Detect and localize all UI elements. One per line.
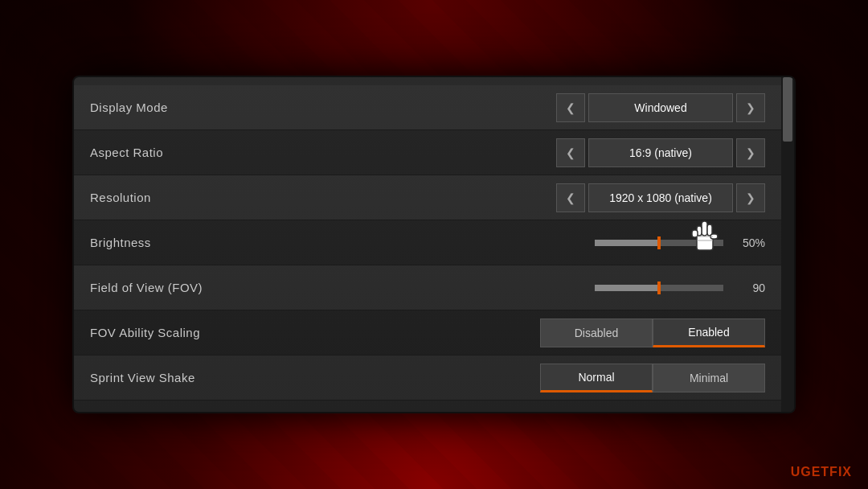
fov-slider-handle: [657, 281, 661, 294]
brightness-slider-track[interactable]: [595, 240, 723, 246]
sprint-view-shake-minimal[interactable]: Minimal: [653, 364, 765, 392]
sprint-view-shake-normal[interactable]: Normal: [540, 364, 653, 392]
sprint-view-shake-control: Normal Minimal: [540, 364, 765, 392]
settings-screen: Display Mode ❮ Windowed ❯ Aspect Ratio ❮…: [72, 76, 796, 413]
resolution-prev[interactable]: ❮: [556, 183, 585, 212]
resolution-next[interactable]: ❯: [736, 183, 765, 212]
aspect-ratio-label: Aspect Ratio: [90, 146, 556, 159]
fov-ability-scaling-toggle: Disabled Enabled: [540, 318, 765, 347]
fov-ability-scaling-disabled[interactable]: Disabled: [540, 318, 653, 347]
fov-slider-fill: [595, 285, 659, 291]
display-mode-prev[interactable]: ❮: [556, 93, 585, 122]
fov-ability-scaling-enabled[interactable]: Enabled: [653, 318, 765, 347]
fov-control: 90: [595, 281, 765, 294]
display-mode-next[interactable]: ❯: [736, 93, 765, 122]
brightness-slider-fill: [595, 240, 659, 246]
fov-row: Field of View (FOV) 90: [74, 265, 781, 310]
resolution-value: 1920 x 1080 (native): [588, 183, 733, 212]
resolution-control: ❮ 1920 x 1080 (native) ❯: [556, 183, 765, 212]
fov-value: 90: [733, 281, 765, 294]
resolution-row: Resolution ❮ 1920 x 1080 (native) ❯: [74, 175, 781, 220]
brightness-row: Brightness 50%: [74, 220, 781, 265]
aspect-ratio-prev[interactable]: ❮: [556, 138, 585, 167]
fov-slider-track[interactable]: [595, 285, 723, 291]
fov-label: Field of View (FOV): [90, 281, 595, 294]
brightness-label: Brightness: [90, 236, 595, 249]
aspect-ratio-row: Aspect Ratio ❮ 16:9 (native) ❯: [74, 130, 781, 175]
sprint-view-shake-row: Sprint View Shake Normal Minimal: [74, 355, 781, 401]
sprint-view-shake-label: Sprint View Shake: [90, 371, 540, 384]
brightness-control: 50%: [595, 236, 765, 249]
aspect-ratio-value: 16:9 (native): [588, 138, 733, 167]
brightness-value: 50%: [733, 236, 765, 249]
watermark: UGETFIX: [791, 465, 852, 479]
fov-ability-scaling-control: Disabled Enabled: [540, 318, 765, 347]
fov-ability-scaling-label: FOV Ability Scaling: [90, 326, 540, 339]
display-mode-row: Display Mode ❮ Windowed ❯: [74, 85, 781, 130]
display-mode-value: Windowed: [588, 93, 733, 122]
sprint-view-shake-toggle: Normal Minimal: [540, 364, 765, 392]
scrollbar-thumb[interactable]: [783, 77, 792, 142]
aspect-ratio-control: ❮ 16:9 (native) ❯: [556, 138, 765, 167]
display-mode-label: Display Mode: [90, 101, 556, 114]
scrollbar[interactable]: [781, 77, 794, 412]
brightness-slider-handle: [657, 236, 661, 249]
resolution-label: Resolution: [90, 191, 556, 204]
settings-panel: Display Mode ❮ Windowed ❯ Aspect Ratio ❮…: [74, 77, 781, 412]
fov-ability-scaling-row: FOV Ability Scaling Disabled Enabled: [74, 310, 781, 355]
display-mode-control: ❮ Windowed ❯: [556, 93, 765, 122]
aspect-ratio-next[interactable]: ❯: [736, 138, 765, 167]
